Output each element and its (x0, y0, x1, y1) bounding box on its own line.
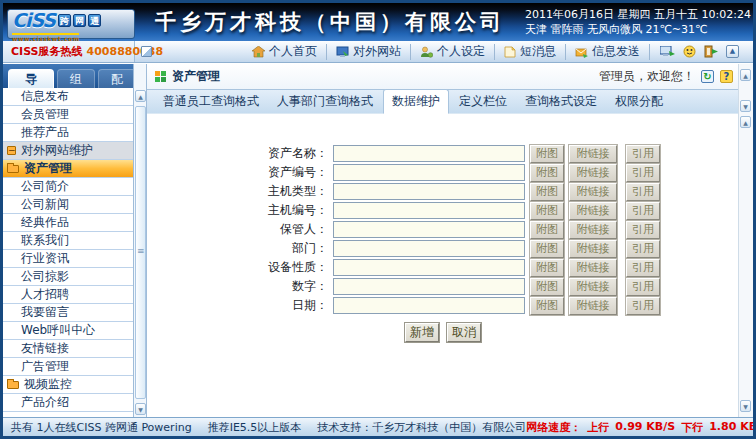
field-input[interactable] (333, 278, 525, 295)
sidebar-item[interactable]: 友情链接 (3, 340, 133, 358)
content-tab[interactable]: 定义栏位 (451, 90, 515, 113)
sidebar-item[interactable]: 联系我们 (3, 232, 133, 250)
header-scroll-down-button[interactable]: ▼ (740, 100, 751, 112)
content-tab[interactable]: 数据维护 (383, 89, 449, 114)
content-scroll-up-button[interactable]: ▲ (740, 116, 751, 128)
reference-button[interactable]: 引用 (626, 183, 660, 201)
reference-button[interactable]: 引用 (626, 297, 660, 315)
attach-link-button[interactable]: 附链接 (569, 297, 617, 315)
attach-link-button[interactable]: 附链接 (569, 145, 617, 163)
logout-icon[interactable] (704, 45, 718, 58)
attach-image-button[interactable]: 附图 (530, 202, 564, 220)
field-input[interactable] (333, 259, 525, 276)
sidebar-item-label: 会员管理 (21, 106, 69, 123)
brand-logo-suffix: 跨 网 通 (58, 14, 101, 27)
form-row: 数字： 附图 附链接 引用 (147, 277, 733, 296)
tab-navigation[interactable]: 导航 (8, 69, 54, 88)
toolbar-item-send-message[interactable]: 信息发送 (566, 44, 650, 60)
sidebar-item[interactable]: 广告管理 (3, 358, 133, 376)
brand-logo-text: CiSS (12, 11, 55, 30)
sidebar-scroll-down-button[interactable]: ▼ (135, 403, 146, 415)
help-icon[interactable] (720, 70, 733, 83)
field-label: 资产编号： (147, 164, 333, 181)
sidebar-item[interactable]: 我要留言 (3, 304, 133, 322)
sidebar-item[interactable]: 资产管理 (3, 160, 133, 178)
sidebar-item-label: 友情链接 (21, 340, 69, 357)
toolbar-item-external-site[interactable]: 对外网站 (327, 44, 411, 60)
sidebar-item[interactable]: 经典作品 (3, 214, 133, 232)
attach-link-button[interactable]: 附链接 (569, 259, 617, 277)
attach-image-button[interactable]: 附图 (530, 221, 564, 239)
field-input[interactable] (333, 240, 525, 257)
content-tab[interactable]: 人事部门查询格式 (269, 90, 381, 113)
attach-image-button[interactable]: 附图 (530, 240, 564, 258)
sidebar-item[interactable]: 人才招聘 (3, 286, 133, 304)
field-input[interactable] (333, 297, 525, 314)
sidebar-item[interactable]: 对外网站维护 (3, 142, 133, 160)
top-banner: CiSS 跨 网 通 www.cisskwt.com 千乡万才科技（中国）有限公… (3, 3, 753, 41)
cancel-button[interactable]: 取消 (447, 323, 481, 342)
sidebar-item[interactable]: 行业资讯 (3, 250, 133, 268)
attach-image-button[interactable]: 附图 (530, 259, 564, 277)
sidebar-item[interactable]: 产品介绍 (3, 394, 133, 412)
attach-link-button[interactable]: 附链接 (569, 183, 617, 201)
field-label: 保管人： (147, 221, 333, 238)
attach-link-button[interactable]: 附链接 (569, 221, 617, 239)
window-restore-icon[interactable] (141, 46, 152, 57)
collapse-panel-button[interactable]: ▲ (726, 45, 739, 58)
reference-button[interactable]: 引用 (626, 240, 660, 258)
online-contact-icon[interactable] (683, 45, 696, 58)
form-row: 保管人： 附图 附链接 引用 (147, 220, 733, 239)
sidebar-item[interactable]: 视频监控 (3, 376, 133, 394)
attach-image-button[interactable]: 附图 (530, 297, 564, 315)
content-tab[interactable]: 权限分配 (607, 90, 671, 113)
sidebar-scroll-thumb[interactable] (135, 106, 146, 399)
sidebar-item[interactable]: 公司掠影 (3, 268, 133, 286)
reference-button[interactable]: 引用 (626, 164, 660, 182)
attach-image-button[interactable]: 附图 (530, 183, 564, 201)
field-label: 主机类型： (147, 183, 333, 200)
attach-link-button[interactable]: 附链接 (569, 240, 617, 258)
field-input[interactable] (333, 202, 525, 219)
reference-button[interactable]: 引用 (626, 259, 660, 277)
sidebar-item-label: 经典作品 (21, 214, 69, 231)
add-button[interactable]: 新增 (405, 323, 439, 342)
toolbar-item-short-message[interactable]: 短消息 (495, 44, 566, 60)
refresh-icon[interactable] (701, 70, 714, 83)
reference-button[interactable]: 引用 (626, 202, 660, 220)
sidebar-item[interactable]: 公司简介 (3, 178, 133, 196)
sidebar-item[interactable]: 信息发布 (3, 88, 133, 106)
content-tab[interactable]: 普通员工查询格式 (155, 90, 267, 113)
attach-link-button[interactable]: 附链接 (569, 278, 617, 296)
content-scroll-down-button[interactable]: ▼ (740, 400, 751, 412)
attach-image-button[interactable]: 附图 (530, 145, 564, 163)
toolbar-item-user-settings[interactable]: 个人设定 (411, 44, 495, 60)
network-monitor-icon[interactable] (660, 46, 675, 58)
reference-button[interactable]: 引用 (626, 221, 660, 239)
user-settings-icon (420, 46, 433, 58)
sidebar-item[interactable]: 公司新闻 (3, 196, 133, 214)
attach-link-button[interactable]: 附链接 (569, 202, 617, 220)
sidebar-item-label: 产品介绍 (21, 394, 69, 411)
field-label: 资产名称： (147, 145, 333, 162)
tab-configuration[interactable]: 配置 (98, 69, 136, 88)
field-input[interactable] (333, 164, 525, 181)
field-input[interactable] (333, 183, 525, 200)
attach-image-button[interactable]: 附图 (530, 164, 564, 182)
attach-image-button[interactable]: 附图 (530, 278, 564, 296)
sidebar-item[interactable]: 推荐产品 (3, 124, 133, 142)
tab-organization[interactable]: 组织 (57, 69, 95, 88)
field-input[interactable] (333, 221, 525, 238)
sidebar-item[interactable]: 会员管理 (3, 106, 133, 124)
sidebar-item[interactable]: Web呼叫中心 (3, 322, 133, 340)
sidebar-scroll-up-button[interactable]: ▲ (135, 90, 146, 102)
hotline-label: CISS服务热线 (11, 44, 83, 59)
content-tab[interactable]: 查询格式设定 (517, 90, 605, 113)
header-scroll-up-button[interactable]: ▲ (740, 69, 751, 81)
attach-link-button[interactable]: 附链接 (569, 164, 617, 182)
reference-button[interactable]: 引用 (626, 145, 660, 163)
page-title: 资产管理 (172, 68, 220, 85)
reference-button[interactable]: 引用 (626, 278, 660, 296)
field-input[interactable] (333, 145, 525, 162)
toolbar-item-home[interactable]: 个人首页 (243, 44, 327, 60)
